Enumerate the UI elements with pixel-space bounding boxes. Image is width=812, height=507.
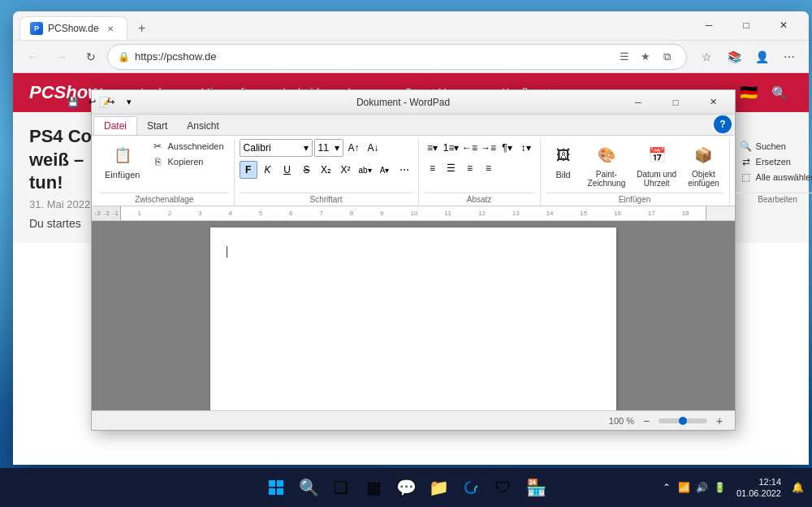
font-name-dropdown[interactable]: Calibri ▾: [240, 139, 313, 157]
browser-tab[interactable]: P PCShow.de ✕: [19, 16, 127, 40]
tab-favicon: P: [30, 22, 43, 35]
browser-close-button[interactable]: ✕: [765, 11, 802, 40]
underline-button[interactable]: U: [279, 161, 296, 179]
insert-picture-button[interactable]: 🖼 Bild: [546, 139, 581, 183]
svg-rect-2: [269, 488, 275, 495]
browser-action-buttons: ☆ 📚 👤 ⋯: [693, 44, 802, 70]
tab-ansicht[interactable]: Ansicht: [177, 117, 228, 135]
list-style-row: ≡▾ 1≡▾ ←≡ →≡ ¶▾ ↕▾: [424, 139, 535, 157]
new-tab-button[interactable]: +: [131, 17, 153, 40]
edge-button[interactable]: [456, 473, 486, 502]
tab-datei[interactable]: Datei: [93, 116, 137, 135]
bold-button[interactable]: F: [240, 161, 257, 179]
favicon-letter: P: [34, 24, 39, 32]
font-shrink-button[interactable]: A↓: [365, 139, 382, 157]
search-icon[interactable]: 🔍: [767, 80, 793, 106]
wordpad-minimize-button[interactable]: ─: [620, 90, 657, 115]
align-left-button[interactable]: ≡: [424, 159, 442, 177]
indent-increase-button[interactable]: →≡: [480, 139, 498, 157]
superscript-button[interactable]: X²: [337, 161, 355, 179]
browser-toolbar: ← → ↻ 🔒 https://pcshow.de ☰ ★ ⧉ ☆ 📚 👤 ⋯: [13, 41, 809, 73]
align-right-button[interactable]: ≡: [461, 159, 479, 177]
font-extra-button[interactable]: ⋯: [395, 161, 413, 179]
indent-decrease-button[interactable]: ←≡: [461, 139, 479, 157]
wordpad-title: Dokument - WordPad: [187, 97, 620, 108]
zoom-in-button[interactable]: +: [710, 412, 728, 430]
qat-customize-button[interactable]: ▾: [120, 93, 138, 111]
volume-icon[interactable]: 🔊: [694, 479, 710, 496]
browser-maximize-button[interactable]: □: [728, 11, 765, 40]
document-area[interactable]: [92, 221, 735, 410]
undo-qat-button[interactable]: ↩: [83, 93, 101, 111]
highlight-button[interactable]: ab▾: [356, 161, 374, 179]
quick-access-toolbar: 💾 ↩ ↪ ▾: [64, 93, 138, 111]
insert-object-button[interactable]: 📦 Objekt einfügen: [683, 139, 723, 191]
browser-minimize-button[interactable]: ─: [690, 11, 728, 40]
find-button[interactable]: 🔍 Suchen: [735, 139, 812, 154]
network-icon[interactable]: 📶: [676, 479, 693, 496]
notification-button[interactable]: 🔔: [789, 479, 806, 496]
widgets-button[interactable]: ▦: [359, 473, 388, 502]
font-grow-button[interactable]: A↑: [345, 139, 363, 157]
edge-icon: [463, 479, 479, 496]
start-menu-button[interactable]: [261, 473, 291, 502]
tab-start[interactable]: Start: [137, 117, 177, 135]
insert-label: Einfügen: [546, 193, 724, 204]
document-page[interactable]: [210, 228, 616, 410]
tray-up-arrow[interactable]: ⌃: [659, 479, 675, 496]
align-justify-button[interactable]: ≡: [480, 159, 498, 177]
copy-button[interactable]: ⎘ Kopieren: [146, 154, 228, 169]
cut-button[interactable]: ✂ Ausschneiden: [146, 139, 228, 154]
save-qat-button[interactable]: 💾: [64, 93, 82, 111]
favorites-bar-toggle[interactable]: ☆: [693, 44, 719, 70]
strikethrough-button[interactable]: S: [298, 161, 316, 179]
line-spacing-button[interactable]: ↕▾: [517, 139, 535, 157]
italic-button[interactable]: K: [259, 161, 277, 179]
wordpad-close-button[interactable]: ✕: [694, 90, 732, 115]
collections-button[interactable]: 📚: [721, 44, 747, 70]
task-view-button[interactable]: ❑: [326, 473, 356, 502]
ruler-left-margin: -3-2-1: [92, 206, 120, 220]
replace-button[interactable]: ⇄ Ersetzen: [735, 154, 812, 169]
zoom-out-button[interactable]: −: [637, 412, 655, 430]
align-center-button[interactable]: ☰: [443, 159, 460, 177]
favorites-icon[interactable]: ★: [636, 47, 655, 67]
store-button[interactable]: 🏪: [521, 473, 551, 502]
help-button[interactable]: ?: [714, 115, 732, 133]
subscript-button[interactable]: X₂: [317, 161, 335, 179]
wordpad-titlebar: 📝 💾 ↩ ↪ ▾ Dokument - WordPad ─ □ ✕: [92, 90, 735, 115]
zoom-thumb[interactable]: [679, 417, 687, 425]
bullets-button[interactable]: ≡▾: [424, 139, 442, 157]
language-flag[interactable]: 🇩🇪: [737, 84, 760, 101]
numbering-button[interactable]: 1≡▾: [443, 139, 460, 157]
clipboard-label: Zwischenablage: [100, 193, 229, 204]
file-explorer-button[interactable]: 📁: [424, 473, 453, 502]
windows-logo-icon: [268, 479, 284, 496]
refresh-button[interactable]: ↻: [78, 44, 104, 70]
font-color-button[interactable]: A▾: [376, 161, 394, 179]
tab-close-button[interactable]: ✕: [104, 22, 117, 35]
battery-icon[interactable]: 🔋: [712, 479, 728, 496]
security-button[interactable]: 🛡: [489, 473, 518, 502]
profile-button[interactable]: 👤: [749, 44, 775, 70]
taskbar-clock[interactable]: 12:14 01.06.2022: [732, 474, 786, 501]
wordpad-maximize-button[interactable]: □: [657, 90, 694, 115]
svg-rect-3: [277, 488, 283, 495]
forward-button[interactable]: →: [49, 44, 75, 70]
redo-qat-button[interactable]: ↪: [102, 93, 119, 111]
insert-datetime-button[interactable]: 📅 Datum und Uhrzeit: [632, 139, 681, 191]
back-button[interactable]: ←: [19, 44, 45, 70]
insert-paint-button[interactable]: 🎨 Paint- Zeichnung: [583, 139, 631, 191]
search-taskbar-button[interactable]: 🔍: [294, 473, 323, 502]
select-all-button[interactable]: ⬚ Alle auswählen: [735, 170, 812, 184]
address-bar[interactable]: 🔒 https://pcshow.de ☰ ★ ⧉: [107, 44, 687, 70]
chat-button[interactable]: 💬: [391, 473, 421, 502]
para-style-button[interactable]: ¶▾: [499, 139, 516, 157]
font-size-dropdown[interactable]: 11 ▾: [314, 139, 343, 157]
collections-icon[interactable]: ⧉: [657, 47, 676, 67]
paste-button[interactable]: 📋 Einfügen: [100, 139, 145, 183]
ribbon-group-font: Calibri ▾ 11 ▾ A↑ A↓ F K U: [235, 139, 419, 206]
more-options-button[interactable]: ⋯: [776, 44, 802, 70]
reader-icon[interactable]: ☰: [615, 47, 634, 67]
zoom-slider[interactable]: [659, 418, 707, 423]
